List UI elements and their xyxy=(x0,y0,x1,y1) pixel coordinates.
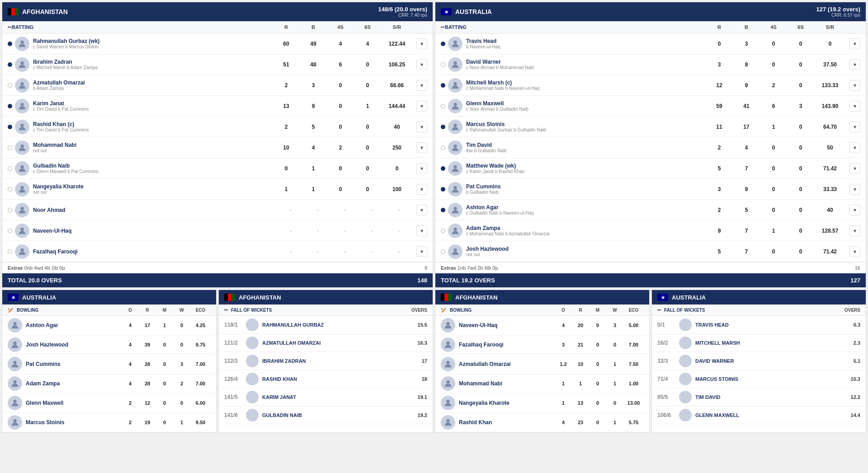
svg-point-20 xyxy=(453,227,457,230)
afg-bowling-rows: Naveen-Ul-Haq420035.00Fazalhaq Farooqi32… xyxy=(435,316,649,432)
expand-row-button[interactable] xyxy=(849,205,860,215)
bstat-m: 0 xyxy=(156,400,173,406)
player-name: Azmatullah Omarzai xyxy=(33,80,273,86)
player-info: Marcus Stoinisc Rahmanullah Gurbaz b Gul… xyxy=(466,121,706,132)
stat-sr: 40 xyxy=(381,124,413,130)
expand-row-button[interactable] xyxy=(849,142,860,153)
svg-point-2 xyxy=(20,82,24,85)
bowling-stats: 428027.00 xyxy=(122,381,211,386)
player-how-out: b Naveen-ul-Haq xyxy=(466,44,706,49)
fow-pencil-icon-2 xyxy=(657,307,661,313)
bstat-m: 0 xyxy=(156,361,173,367)
bstat-o: 1.2 xyxy=(555,361,572,367)
bstat-r: 10 xyxy=(572,361,589,367)
fow-player-avatar xyxy=(679,318,692,331)
bstat-m: 0 xyxy=(156,420,173,425)
stat-r: - xyxy=(277,228,304,234)
expand-row-button[interactable] xyxy=(416,163,427,174)
player-info: Tim Davidlbw b Gulbadin Naib xyxy=(466,142,706,153)
expand-row-button[interactable] xyxy=(849,163,860,174)
fow-overs: 15.5 xyxy=(418,322,427,328)
fow-player-avatar xyxy=(679,391,692,403)
expand-row-button[interactable] xyxy=(416,59,427,70)
afghanistan-bowling-panel: AFGHANISTAN BOWLING O R M W ECO Naveen-U… xyxy=(435,290,650,433)
fow-row: 16/2MITCHELL MARSH2.3 xyxy=(652,334,866,352)
expand-row-button[interactable] xyxy=(849,225,860,236)
fow-player-name: MITCHELL MARSH xyxy=(695,340,854,346)
expand-row-button[interactable] xyxy=(849,101,860,112)
batting-row: Marcus Stoinisc Rahmanullah Gurbaz b Gul… xyxy=(435,117,866,137)
stat-6s: 0 xyxy=(354,145,381,151)
batting-row: Ashton Agarc Gulbadin Naib b Naveen-ul-H… xyxy=(435,200,866,220)
expand-row-button[interactable] xyxy=(849,59,860,70)
aus-batting-pencil-icon xyxy=(441,24,445,30)
bstat-o: 3 xyxy=(555,342,572,347)
stat-sr: 122.44 xyxy=(381,41,413,47)
fow-score: 16/2 xyxy=(657,340,679,346)
player-how-out: c Karim Janat b Rashid Khan xyxy=(466,169,706,174)
batting-row: Noor Ahmad----- xyxy=(2,200,433,220)
bstat-o: 2 xyxy=(122,400,139,406)
stat-4s: 0 xyxy=(327,82,354,89)
expand-row-button[interactable] xyxy=(849,80,860,91)
afghanistan-scorecard: AFGHANISTAN 148/6 (20.0 overs) CRR: 7.40… xyxy=(2,2,433,288)
fow-row: 141/6GULBADIN NAIB19.2 xyxy=(219,406,433,424)
expand-row-button[interactable] xyxy=(416,101,427,112)
chevron-down-icon xyxy=(854,103,856,109)
bowling-stats: 423015.75 xyxy=(555,420,644,425)
bowling-stats: 428037.00 xyxy=(122,361,211,367)
expand-row-button[interactable] xyxy=(416,225,427,236)
expand-row-button[interactable] xyxy=(849,246,860,257)
player-name: Adam Zampa xyxy=(466,225,706,231)
australia-score-summary: 127 (19.2 overs) CRR: 6.57 rpo xyxy=(816,6,860,18)
batting-stats: 10420250 xyxy=(273,145,413,151)
stat-b: 8 xyxy=(733,61,760,68)
aus-col-sr: S/R xyxy=(814,24,846,30)
stat-r: 12 xyxy=(706,82,733,89)
svg-point-12 xyxy=(453,61,457,64)
fow-player-name: TIM DAVID xyxy=(695,394,851,400)
svg-point-1 xyxy=(20,61,24,64)
batting-row: Josh Hazlewoodnot out570071.42 xyxy=(435,241,866,262)
bowling-row: Marcus Stoinis219019.50 xyxy=(2,413,216,432)
player-avatar xyxy=(15,161,29,176)
expand-row-button[interactable] xyxy=(849,184,860,195)
player-name: Mitchell Marsh (c) xyxy=(466,80,706,86)
player-name: Nangeyalia Kharote xyxy=(33,183,273,190)
expand-row-button[interactable] xyxy=(416,184,427,195)
expand-row-button[interactable] xyxy=(416,122,427,132)
expand-row-button[interactable] xyxy=(416,246,427,257)
player-name: Marcus Stoinis xyxy=(466,121,706,127)
player-status-dot xyxy=(441,229,445,233)
batting-row: Rashid Khan (c)c Tim David b Pat Cummins… xyxy=(2,117,433,137)
bstat-eco: 5.75 xyxy=(623,420,644,425)
player-avatar xyxy=(15,78,29,93)
player-avatar xyxy=(15,120,29,134)
stat-6s: 0 xyxy=(354,61,381,68)
bowler-info: Naveen-Ul-Haq xyxy=(459,322,555,328)
col-4s: 4S xyxy=(327,24,354,30)
expand-row-button[interactable] xyxy=(416,80,427,91)
chevron-down-icon xyxy=(420,41,423,47)
fow-overs: 18 xyxy=(422,376,427,382)
fow-overs: 14.4 xyxy=(851,412,860,418)
expand-row-button[interactable] xyxy=(849,38,860,49)
aus-bowling-label: BOWLING xyxy=(17,308,122,313)
stat-4s: 0 xyxy=(327,186,354,192)
bowling-row: Fazalhaq Farooqi321007.00 xyxy=(435,335,649,355)
bstat-m: 0 xyxy=(156,381,173,386)
batting-stats: ----- xyxy=(277,228,413,234)
stat-b: 4 xyxy=(300,145,327,151)
player-info: Travis Headb Naveen-ul-Haq xyxy=(466,38,706,49)
bowler-info: Rashid Khan xyxy=(459,419,555,426)
bowler-name: Glenn Maxwell xyxy=(26,400,122,406)
expand-row-button[interactable] xyxy=(849,122,860,132)
expand-row-button[interactable] xyxy=(416,142,427,153)
chevron-down-icon xyxy=(420,61,423,68)
col-b: B xyxy=(300,24,327,30)
expand-row-button[interactable] xyxy=(416,205,427,215)
australia-team-name: AUSTRALIA xyxy=(455,8,492,15)
bstat-r: 17 xyxy=(139,323,156,328)
expand-row-button[interactable] xyxy=(416,38,427,49)
svg-point-3 xyxy=(20,103,24,106)
